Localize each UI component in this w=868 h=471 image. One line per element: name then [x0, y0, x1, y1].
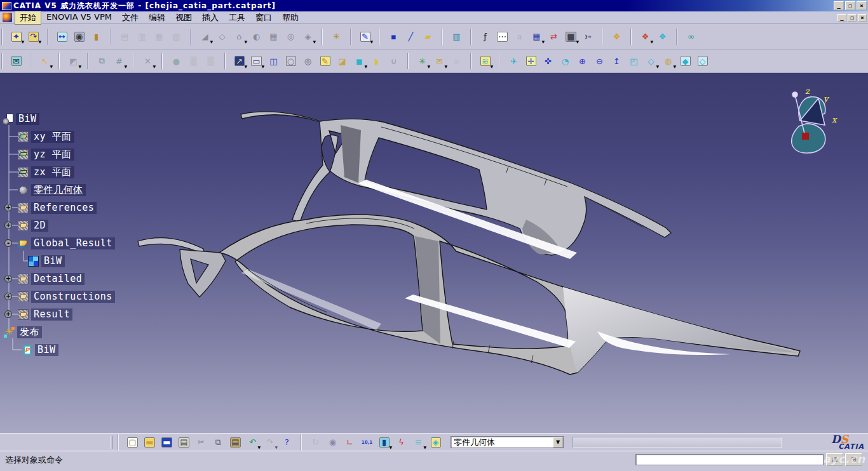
result-mosaic-icon[interactable]: [28, 256, 39, 267]
menu-ENOVIA V5 VPM[interactable]: ENOVIA V5 VPM: [41, 11, 117, 25]
component-red-icon[interactable]: ❖▼: [637, 28, 654, 45]
status-button-1[interactable]: ▤: [826, 453, 843, 466]
surface-box-icon[interactable]: ◈▼: [299, 28, 316, 45]
rotate-view-icon[interactable]: ◔: [557, 53, 574, 70]
tree-item-yz 平面[interactable]: yz 平面: [31, 149, 74, 161]
undo-icon[interactable]: ↶▼: [244, 434, 261, 451]
iso-view-icon[interactable]: ◇▼: [642, 53, 660, 70]
check-equivalence-icon[interactable]: }=: [580, 28, 597, 45]
publications-icon[interactable]: ✳: [4, 327, 15, 338]
sphere-gray-icon[interactable]: ●: [168, 53, 185, 70]
sketch-grid-icon[interactable]: ▭▼: [248, 53, 265, 70]
tree-item-xy 平面[interactable]: xy 平面: [31, 131, 74, 143]
viewport-3d[interactable]: BiWxy 平面yz 平面zx 平面零件几何体+References+2D-Gl…: [0, 73, 868, 433]
surface-pencil-icon[interactable]: ✎: [316, 53, 334, 70]
catalog-c-icon[interactable]: ▦: [151, 28, 168, 45]
measure-icon[interactable]: ↔: [53, 28, 71, 45]
exchange-x-icon[interactable]: ✕▼: [139, 53, 156, 70]
fly-mode-icon[interactable]: ✈: [505, 53, 522, 70]
mass-properties-icon[interactable]: ▮: [88, 28, 105, 45]
tree-item-Global_Result[interactable]: Global_Result: [31, 237, 115, 249]
globe-rotate-icon[interactable]: ◉: [324, 434, 341, 451]
surface-unfold-icon[interactable]: ▦: [265, 28, 282, 45]
menu-文件[interactable]: 文件: [117, 11, 144, 25]
relations-icon[interactable]: ⇄: [545, 28, 562, 45]
tree-expander-Result[interactable]: +: [4, 310, 12, 318]
catalog-d-icon[interactable]: ▧: [168, 28, 185, 45]
surface-face-icon[interactable]: ◇: [214, 28, 231, 45]
tree-expander-Global_Result[interactable]: -: [4, 239, 12, 247]
save-icon[interactable]: ▬: [158, 434, 175, 451]
partbody-icon[interactable]: [18, 185, 29, 196]
comment-bubble-icon[interactable]: ⋯: [494, 28, 511, 45]
whats-this-help-icon[interactable]: ?: [278, 434, 295, 451]
lock-icon[interactable]: ■▼: [562, 28, 580, 45]
hole-tool-icon[interactable]: ◎: [299, 53, 316, 70]
cut-icon[interactable]: ✂: [193, 434, 210, 451]
work-grid-icon[interactable]: #▼: [111, 53, 128, 70]
compass[interactable]: z y x: [783, 87, 840, 154]
split-view-icon[interactable]: ◫: [265, 53, 282, 70]
menu-窗口[interactable]: 窗口: [250, 11, 277, 25]
line-icon[interactable]: ╱: [402, 28, 419, 45]
menu-帮助[interactable]: 帮助: [277, 11, 304, 25]
spray-gray-icon[interactable]: ▒: [185, 53, 202, 70]
tree-item-BiW[interactable]: BiW: [41, 255, 65, 267]
select-cursor-icon[interactable]: ↖▼: [36, 53, 53, 70]
tree-expander-Detailed[interactable]: +: [4, 275, 12, 282]
new-document-icon[interactable]: ▢: [124, 434, 141, 451]
menu-工具[interactable]: 工具: [224, 11, 250, 25]
car-frame-far[interactable]: [241, 112, 671, 259]
open-document-icon[interactable]: ▬: [141, 434, 158, 451]
units-display-icon[interactable]: 10,1: [358, 434, 376, 451]
menu-插入[interactable]: 插入: [197, 11, 224, 25]
plane-icon[interactable]: [18, 149, 29, 160]
tree-item-zx 平面[interactable]: zx 平面: [31, 166, 74, 178]
surface-arc-icon[interactable]: ◗: [368, 53, 385, 70]
menu-开始[interactable]: 开始: [15, 11, 41, 25]
doc-restore-button[interactable]: ❐: [848, 14, 857, 22]
tree-item-BiW[interactable]: BiW: [35, 344, 58, 356]
copy-icon[interactable]: ⧉: [210, 434, 227, 451]
tree-item-Result[interactable]: Result: [31, 308, 72, 321]
close-button[interactable]: ×: [857, 1, 867, 10]
surface-edit-icon[interactable]: ◪: [334, 53, 351, 70]
combo-dropdown-button[interactable]: ▼: [553, 437, 563, 448]
surface-corner-icon[interactable]: ◢▼: [196, 28, 214, 45]
mesh-gray-icon[interactable]: ▒: [202, 53, 219, 70]
tree-item-Constructions[interactable]: Constructions: [31, 291, 115, 303]
cube-teal-icon[interactable]: ◼▼: [351, 53, 368, 70]
geoset-open-icon[interactable]: [18, 238, 29, 249]
tree-expander-References[interactable]: +: [4, 204, 12, 211]
refresh-icon[interactable]: ↻: [307, 434, 324, 451]
fit-all-in-icon[interactable]: ✛: [522, 53, 539, 70]
tree-item-Detailed[interactable]: Detailed: [31, 273, 85, 285]
render-style-icon[interactable]: ◍▼: [660, 53, 677, 70]
design-table-icon[interactable]: ▦▼: [528, 28, 545, 45]
open-catalog-icon[interactable]: ▥: [448, 28, 465, 45]
redo-icon[interactable]: ↷▼: [261, 434, 278, 451]
cylinder-tool-icon[interactable]: ○: [282, 53, 299, 70]
list-gear-icon[interactable]: ≡: [448, 53, 465, 70]
geoset-hidden-icon[interactable]: [18, 291, 29, 302]
open-from-icon[interactable]: ↷▼: [25, 28, 42, 45]
plane-tool-icon[interactable]: ▰: [419, 28, 437, 45]
paste-icon[interactable]: ▤: [227, 434, 244, 451]
minimize-button[interactable]: _: [834, 1, 844, 10]
menu-编辑[interactable]: 编辑: [144, 11, 170, 25]
catalog-a-icon[interactable]: ▤: [116, 28, 133, 45]
geoset-hidden-icon[interactable]: [18, 220, 29, 231]
zoom-out-icon[interactable]: ⊖: [591, 53, 608, 70]
surface-prism-icon[interactable]: ⌂▼: [231, 28, 248, 45]
pan-icon[interactable]: ✜: [539, 53, 557, 70]
geoset-hidden-icon[interactable]: [18, 202, 29, 213]
surface-bend-icon[interactable]: ◐: [248, 28, 265, 45]
part-root-icon[interactable]: [3, 114, 13, 124]
formula-fx-icon[interactable]: ƒ: [477, 28, 494, 45]
update-bolt-icon[interactable]: ϟ: [393, 434, 410, 451]
link-balls-icon[interactable]: ∞: [682, 28, 700, 45]
menu-视图[interactable]: 视图: [170, 11, 197, 25]
normal-view-icon[interactable]: ↥: [608, 53, 625, 70]
planes-visualization-icon[interactable]: ⧉: [93, 53, 111, 70]
list-edit-icon[interactable]: ≡▼: [410, 434, 427, 451]
